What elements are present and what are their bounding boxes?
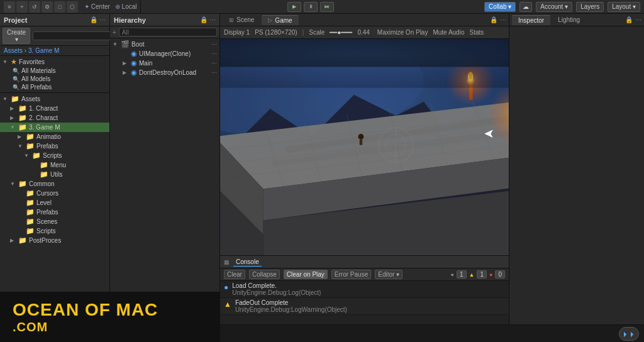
scene-tab[interactable]: ⊞ Scene (223, 15, 260, 25)
more-icon[interactable]: ⋯ (635, 16, 641, 23)
add-icon[interactable]: + (16, 1, 28, 13)
item-options[interactable]: ⋯ (211, 51, 217, 57)
main-item[interactable]: ▶ ◉ Main ⋯ (110, 58, 219, 68)
expand-arrow: ▶ (123, 70, 129, 75)
char1-item[interactable]: ▶ 📁 1. Charact (0, 104, 109, 113)
resolution-label[interactable]: PS (1280×720) (255, 29, 297, 36)
log-text: Load Complete. UnityEngine.Debug:Log(Obj… (232, 282, 321, 296)
uimanager-item[interactable]: ◉ UIManager(Clone) ⋯ (110, 49, 219, 58)
project-panel-actions: 🔒 ⋯ (90, 16, 106, 23)
all-prefabs-item[interactable]: 🔍 All Prefabs (0, 83, 109, 91)
more-icon[interactable]: ⋯ (209, 16, 216, 23)
level-item[interactable]: 📁 Level (0, 198, 109, 207)
lock-icon[interactable]: 🔒 (200, 16, 208, 23)
scale-slider[interactable]: ━━●━━━ (330, 29, 352, 36)
collapse-button[interactable]: Collapse (249, 270, 280, 279)
search-icon: 🔍 (13, 84, 19, 91)
layout-button[interactable]: Layout ▾ (608, 2, 640, 12)
stats-btn[interactable]: Stats (469, 29, 484, 36)
cursors-item[interactable]: 📁 Cursors (0, 189, 109, 198)
lock-icon[interactable]: 🔒 (490, 16, 497, 23)
item-options[interactable]: ⋯ (211, 70, 217, 76)
warn-count: 1 (477, 270, 487, 279)
transform-center[interactable]: ✦ Center (84, 3, 110, 10)
maximize-btn[interactable]: Maximize On Play (377, 29, 428, 36)
error-pause-button[interactable]: Error Pause (331, 270, 371, 279)
hierarchy-panel-actions: 🔒 ⋯ (200, 16, 216, 23)
console-counts: ● 1 ▲ 1 ● 0 (451, 270, 505, 279)
scripts2-item[interactable]: 📁 Scripts (0, 226, 109, 236)
step-button[interactable]: ⏭ (320, 2, 334, 12)
assets-folder[interactable]: ▼ 📁 Assets (0, 94, 109, 104)
more-icon[interactable]: ⋯ (500, 16, 506, 23)
scale-label: Scale (309, 29, 325, 36)
expand-arrow: ▶ (10, 115, 16, 121)
utils-item[interactable]: 📁 Utils (0, 170, 109, 179)
watermark: OCEAN OF MAC .COM (0, 292, 220, 342)
common-item[interactable]: ▼ 📁 Common (0, 179, 109, 189)
expand-arrow: ▼ (10, 181, 16, 187)
game-m-item[interactable]: ▼ 📁 3. Game M (0, 123, 109, 132)
refresh-icon[interactable]: ↺ (29, 1, 40, 13)
layout-icon[interactable]: □ (54, 1, 65, 13)
item-label: Scripts (36, 228, 56, 234)
animation-item[interactable]: ▶ 📁 Animatio (0, 132, 109, 141)
media-play-button[interactable]: ⏵⏵ (619, 327, 639, 341)
scripts-item[interactable]: ▼ 📁 Scripts (0, 151, 109, 160)
layers-button[interactable]: Layers (576, 2, 604, 12)
mute-btn[interactable]: Mute Audio (433, 29, 464, 36)
item-options[interactable]: ⋯ (211, 41, 217, 48)
prefabs2-item[interactable]: 📁 Prefabs (0, 207, 109, 217)
create-button[interactable]: Create ▾ (3, 28, 30, 44)
collab-button[interactable]: Collab ▾ (484, 2, 516, 12)
menu-icon[interactable]: ≡ (4, 1, 15, 13)
settings-icon[interactable]: ⚙ (42, 1, 53, 13)
log-entry[interactable]: ● Load Complete. UnityEngine.Debug:Log(O… (220, 281, 509, 298)
hierarchy-search-input[interactable] (119, 28, 217, 36)
log-sub: UnityEngine.Debug:LogWarning(Object) (235, 306, 347, 313)
prefabs-item[interactable]: ▼ 📁 Prefabs (0, 141, 109, 151)
boot-item[interactable]: ▼ 🎬 Boot ⋯ (110, 40, 219, 49)
inspector-tab[interactable]: Inspector (512, 15, 550, 25)
watermark-ocean: OCEAN (13, 300, 85, 319)
favorites-folder[interactable]: ▼ ★ Favorites (0, 57, 109, 67)
console-tab[interactable]: Console (233, 258, 262, 267)
folder-icon: 📁 (26, 189, 35, 197)
postprocess-item[interactable]: ▶ 📁 PostProces (0, 236, 109, 245)
account-button[interactable]: Account ▾ (536, 2, 572, 12)
item-label: Boot (131, 41, 145, 48)
item-label: Scenes (36, 218, 57, 225)
transform-local[interactable]: ⊕ Local (115, 3, 137, 10)
menu-item[interactable]: 📁 Menu (0, 160, 109, 170)
play-button[interactable]: ▶ (287, 2, 301, 12)
clear-on-play-button[interactable]: Clear on Play (284, 270, 328, 279)
top-bar: ≡ + ↺ ⚙ □ ⬡ ✦ Center ⊕ Local ▶ ⏸ ⏭ Colla… (0, 0, 644, 14)
scene-icon: 🎬 (121, 40, 130, 48)
watermark-line1: OCEAN OF MAC (13, 300, 158, 320)
project-panel-title: Project (4, 16, 27, 24)
lock-icon[interactable]: 🔒 (625, 16, 633, 23)
item-options[interactable]: ⋯ (211, 60, 217, 67)
clear-button[interactable]: Clear (224, 270, 245, 279)
game-viewport[interactable]: ➤ (220, 39, 509, 255)
all-models-item[interactable]: 🔍 All Models (0, 75, 109, 83)
layers-icon[interactable]: ⬡ (67, 1, 78, 13)
folder-icon: 📁 (18, 180, 27, 188)
editor-button[interactable]: Editor ▾ (375, 270, 402, 279)
more-icon[interactable]: ⋯ (99, 16, 106, 23)
char2-item[interactable]: ▶ 📁 2. Charact (0, 113, 109, 123)
cloud-button[interactable]: ☁ (519, 2, 532, 12)
pause-button[interactable]: ⏸ (304, 2, 318, 12)
info-icon: ● (224, 283, 228, 292)
display-label[interactable]: Display 1 (224, 29, 250, 36)
dontdestroy-item[interactable]: ▶ ◉ DontDestroyOnLoad ⋯ (110, 68, 219, 77)
all-materials-item[interactable]: 🔍 All Materials (0, 67, 109, 75)
log-entry[interactable]: ▲ FadeOut Complete UnityEngine.Debug:Log… (220, 298, 509, 315)
add-scene-btn[interactable]: + (113, 29, 116, 36)
game-tab[interactable]: ▷ Game (262, 15, 298, 25)
lock-icon[interactable]: 🔒 (90, 16, 97, 23)
scenes-item[interactable]: 📁 Scenes (0, 217, 109, 226)
lighting-tab[interactable]: Lighting (552, 15, 586, 25)
item-label: Main (139, 60, 153, 67)
project-search-input[interactable] (33, 31, 119, 40)
